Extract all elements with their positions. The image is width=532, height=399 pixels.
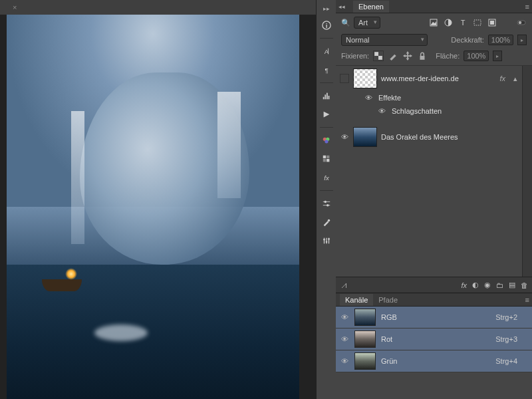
character-icon[interactable]: A — [319, 43, 334, 59]
expand-dock-icon[interactable]: ▸▸ — [323, 5, 330, 12]
filter-pixel-icon[interactable] — [428, 17, 439, 28]
fx-collapse-icon[interactable]: ▴ — [513, 74, 528, 83]
new-layer-icon[interactable]: ▤ — [509, 281, 515, 289]
lock-pixels-icon[interactable] — [388, 51, 398, 61]
channel-row[interactable]: 👁 Grün Strg+4 — [336, 350, 532, 372]
layer-effect-item[interactable]: 👁 Schlagschatten — [336, 104, 532, 118]
svg-rect-8 — [328, 96, 329, 99]
svg-text:¶: ¶ — [325, 66, 328, 74]
svg-point-26 — [323, 239, 325, 241]
opacity-label: Deckkraft: — [451, 36, 484, 44]
svg-point-12 — [325, 140, 328, 143]
lock-transparency-icon[interactable] — [373, 51, 384, 61]
layers-bottom-bar: ⩘ fx ◐ ◉ 🗀 ▤ 🗑 — [336, 277, 532, 293]
svg-marker-9 — [323, 112, 329, 118]
svg-point-22 — [327, 219, 330, 222]
layer-mask-icon[interactable]: ◐ — [472, 281, 479, 289]
svg-point-27 — [325, 241, 327, 243]
svg-rect-38 — [374, 52, 378, 56]
svg-point-19 — [324, 201, 327, 203]
lock-position-icon[interactable] — [402, 51, 413, 61]
layer-effects-row[interactable]: 👁 Effekte — [336, 91, 532, 104]
visibility-slot[interactable] — [340, 74, 349, 83]
layer-group-icon[interactable]: 🗀 — [496, 281, 503, 289]
channel-thumbnail — [354, 309, 376, 326]
svg-rect-14 — [327, 156, 329, 158]
document-tab[interactable]: × — [0, 1, 24, 14]
filter-adjustment-icon[interactable] — [443, 17, 454, 28]
fx-indicator[interactable]: fx — [499, 74, 509, 82]
info-icon[interactable]: i — [319, 17, 334, 33]
panel-menu-icon[interactable]: ≡ — [525, 3, 529, 11]
channel-shortcut: Strg+4 — [495, 357, 528, 365]
channel-name: RGB — [381, 313, 490, 321]
svg-text:T: T — [461, 19, 466, 27]
visibility-icon[interactable]: 👁 — [365, 94, 374, 102]
layers-panel-header: ◂◂ Ebenen ≡ — [336, 0, 532, 13]
svg-rect-33 — [474, 20, 481, 25]
opacity-flyout-icon[interactable]: ▸ — [517, 35, 527, 45]
svg-rect-7 — [327, 93, 328, 100]
visibility-icon[interactable]: 👁 — [340, 313, 349, 322]
paths-tab[interactable]: Pfade — [373, 294, 403, 306]
delete-layer-icon[interactable]: 🗑 — [521, 281, 528, 289]
panel-menu-icon[interactable]: ≡ — [525, 296, 529, 304]
navigator-icon[interactable] — [319, 106, 334, 122]
effects-label: Effekte — [378, 94, 401, 102]
fill-flyout-icon[interactable]: ▸ — [493, 51, 502, 61]
channels-tab[interactable]: Kanäle — [340, 294, 373, 306]
visibility-icon[interactable]: 👁 — [340, 356, 349, 366]
channel-row[interactable]: 👁 Rot Strg+3 — [336, 329, 532, 350]
collapse-panel-icon[interactable]: ◂◂ — [338, 3, 345, 10]
layer-name: www.meer-der-ideen.de — [381, 74, 495, 82]
opacity-field[interactable]: 100% — [488, 35, 513, 45]
layer-filter-dropdown[interactable]: Art — [354, 17, 380, 29]
svg-marker-42 — [403, 55, 406, 58]
effect-name: Schlagschatten — [392, 107, 442, 115]
svg-rect-5 — [323, 97, 324, 100]
svg-marker-41 — [406, 59, 410, 61]
layer-fx-icon[interactable]: fx — [461, 281, 467, 289]
channel-row[interactable]: 👁 RGB Strg+2 — [336, 307, 532, 329]
document-canvas[interactable] — [7, 15, 299, 399]
visibility-icon[interactable]: 👁 — [340, 132, 349, 142]
adjustments-icon[interactable] — [319, 196, 334, 211]
layers-tab[interactable]: Ebenen — [353, 1, 389, 13]
filter-smartobject-icon[interactable] — [487, 17, 497, 28]
filter-type-icon[interactable]: T — [458, 17, 468, 28]
channels-panel-header: Kanäle Pfade ≡ — [336, 293, 532, 307]
svg-marker-43 — [410, 55, 413, 58]
paragraph-icon[interactable]: ¶ — [319, 62, 334, 78]
canvas-viewport — [0, 15, 316, 399]
layer-thumbnail[interactable] — [353, 127, 377, 147]
fill-field[interactable]: 100% — [464, 51, 489, 61]
channels-panel: Kanäle Pfade ≡ 👁 RGB Strg+2 👁 Rot Strg+3… — [336, 293, 532, 399]
layer-list: www.meer-der-ideen.de fx ▴ 👁 Effekte 👁 S… — [336, 66, 532, 277]
visibility-icon[interactable]: 👁 — [378, 107, 388, 115]
link-layers-icon[interactable]: ⩘ — [340, 281, 347, 289]
properties-icon[interactable] — [319, 233, 334, 249]
blend-opacity-row: Normal Deckkraft: 100% ▸ — [336, 32, 532, 48]
filter-shape-icon[interactable] — [472, 17, 483, 28]
lock-all-icon[interactable] — [417, 51, 428, 61]
blend-mode-dropdown[interactable]: Normal — [341, 34, 428, 46]
right-panel-stack: ◂◂ Ebenen ≡ 🔍 Art T Normal Deckkraft: 10… — [336, 0, 532, 399]
brush-icon[interactable] — [319, 214, 334, 230]
layer-row[interactable]: 👁 Das Orakel des Meeres — [336, 124, 532, 150]
adjustment-layer-icon[interactable]: ◉ — [484, 281, 491, 289]
svg-rect-13 — [323, 156, 325, 158]
layer-thumbnail[interactable] — [353, 68, 377, 88]
visibility-icon[interactable]: 👁 — [340, 334, 349, 344]
color-icon[interactable] — [319, 151, 334, 167]
styles-icon[interactable]: fx — [319, 170, 334, 186]
close-icon[interactable]: × — [13, 3, 17, 11]
svg-rect-39 — [378, 56, 382, 60]
layer-row[interactable]: www.meer-der-ideen.de fx ▴ — [336, 66, 532, 91]
tab-title — [7, 3, 9, 11]
channel-thumbnail — [354, 352, 376, 370]
layer-name: Das Orakel des Meeres — [381, 133, 528, 141]
histogram-icon[interactable] — [319, 88, 334, 104]
svg-point-21 — [327, 204, 329, 207]
filter-toggle-switch[interactable] — [516, 17, 527, 28]
swatches-icon[interactable] — [319, 132, 334, 148]
